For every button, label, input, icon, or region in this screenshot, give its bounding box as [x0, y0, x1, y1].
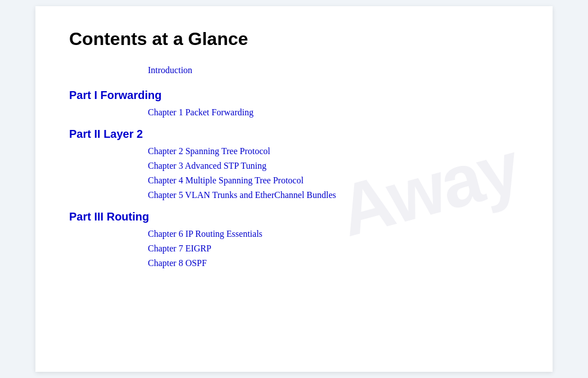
chapter-1-link[interactable]: Chapter 1 Packet Forwarding: [148, 107, 254, 117]
page-title: Contents at a Glance: [69, 29, 519, 50]
intro-item: Introduction: [69, 65, 519, 75]
part-ii-chapters: Chapter 2 Spanning Tree Protocol Chapter…: [69, 146, 519, 200]
chapter-6-item: Chapter 6 IP Routing Essentials: [148, 229, 519, 239]
chapter-2-item: Chapter 2 Spanning Tree Protocol: [148, 146, 519, 156]
part-ii-section: Part II Layer 2 Chapter 2 Spanning Tree …: [69, 128, 519, 200]
part-iii-chapters: Chapter 6 IP Routing Essentials Chapter …: [69, 229, 519, 268]
content-area: Contents at a Glance Introduction Part I…: [69, 29, 519, 268]
chapter-7-item: Chapter 7 EIGRP: [148, 244, 519, 254]
chapter-5-link[interactable]: Chapter 5 VLAN Trunks and EtherChannel B…: [148, 190, 336, 200]
part-i-chapters: Chapter 1 Packet Forwarding: [69, 107, 519, 118]
chapter-5-item: Chapter 5 VLAN Trunks and EtherChannel B…: [148, 190, 519, 200]
part-i-section: Part I Forwarding Chapter 1 Packet Forwa…: [69, 89, 519, 118]
chapter-3-item: Chapter 3 Advanced STP Tuning: [148, 161, 519, 171]
chapter-7-link[interactable]: Chapter 7 EIGRP: [148, 244, 211, 253]
page-container: Away Contents at a Glance Introduction P…: [35, 6, 553, 372]
part-iii-heading: Part III Routing: [69, 210, 519, 223]
chapter-3-link[interactable]: Chapter 3 Advanced STP Tuning: [148, 161, 266, 170]
chapter-4-item: Chapter 4 Multiple Spanning Tree Protoco…: [148, 176, 519, 186]
chapter-8-link[interactable]: Chapter 8 OSPF: [148, 258, 207, 268]
chapter-1-item: Chapter 1 Packet Forwarding: [148, 107, 519, 118]
part-ii-heading: Part II Layer 2: [69, 128, 519, 141]
part-i-heading: Part I Forwarding: [69, 89, 519, 102]
chapter-6-link[interactable]: Chapter 6 IP Routing Essentials: [148, 229, 263, 238]
intro-link[interactable]: Introduction: [148, 65, 192, 75]
chapter-2-link[interactable]: Chapter 2 Spanning Tree Protocol: [148, 146, 270, 156]
chapter-4-link[interactable]: Chapter 4 Multiple Spanning Tree Protoco…: [148, 176, 304, 185]
part-iii-section: Part III Routing Chapter 6 IP Routing Es…: [69, 210, 519, 268]
chapter-8-item: Chapter 8 OSPF: [148, 258, 519, 268]
